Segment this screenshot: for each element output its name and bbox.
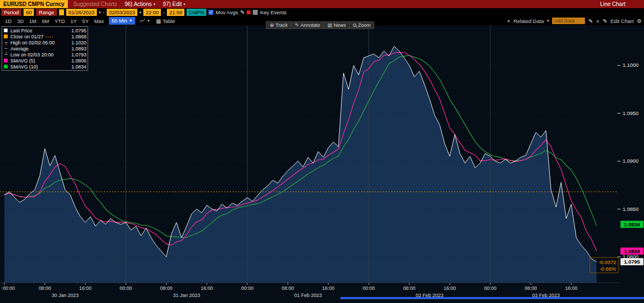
annotate-label: Annotate [300,22,320,28]
suggested-charts-button[interactable]: Suggested Charts [73,1,117,7]
x-axis-time-label: 00:00 [241,285,254,291]
x-axis-time-label: 16:00 [565,285,578,291]
track-button[interactable]: ⊕ Track [266,21,292,29]
collapse-panel-icon[interactable]: « [596,18,600,24]
horizontal-scrollbar[interactable] [340,297,644,299]
chevron-down-icon: ▾ [153,2,155,7]
security-field[interactable]: EURUSD CMPN Curncy [0,0,68,8]
x-axis-time-label: 00:00 [484,285,497,291]
track-icon: ⊕ [270,22,274,28]
low-marker: ┴ [3,52,9,58]
y-axis-label: 1.0850 [623,206,639,212]
tab-3d[interactable]: 3D [14,18,26,24]
related-data-button[interactable]: Related Data [513,18,543,24]
news-label: News [334,22,346,28]
table-button[interactable]: Table [163,18,175,24]
settings-toolbar: Period 60 Range 01/26/2023 ▾ - 02/03/202… [0,8,644,16]
chart-legend: Last Price 1.0795 Close on 01/27 ---- 1.… [2,26,88,71]
news-button[interactable]: ▤ News [324,21,350,29]
close-dash: ---- [45,34,54,39]
legend-item-sma10[interactable]: SMAVG (10) 1.0834 [3,64,86,70]
table-icon[interactable]: ▦ [156,18,161,24]
legend-item-close[interactable]: Close on 01/27 ---- 1.0868 [3,33,86,39]
x-axis-time-label: 08:00 [282,285,294,291]
period-input[interactable]: 60 [24,9,34,16]
news-icon: ▤ [327,22,332,28]
legend-item-last-price[interactable]: Last Price 1.0795 [3,27,86,33]
tab-1d[interactable]: 1D [2,18,14,24]
x-axis-time-label: 08:00 [403,285,416,291]
chart-toolbar: ⊕ Track ✎ Annotate ▤ News Zoom [266,21,374,29]
add-data-input[interactable] [552,18,585,24]
y-axis-label: 1.0900 [623,158,639,164]
legend-label: High on 02/02 05:00 [10,40,55,45]
tab-1m[interactable]: 1M [26,18,39,24]
x-axis-date-label: 01 Feb 2023 [294,293,322,298]
edit-menu[interactable]: 97) Edit ▾ [163,1,185,7]
key-events-checkbox[interactable] [253,10,258,15]
legend-value: 1.0793 [71,52,86,58]
mov-avgs-checkbox[interactable]: ✓ [208,10,213,15]
chevron-down-icon: ▼ [129,17,132,25]
chevron-down-icon: ▾ [183,2,185,7]
range-separator: - [103,9,105,15]
annotate-icon: ✎ [295,22,299,28]
edit-chart-button[interactable]: Edit Chart [611,18,634,24]
price-chart[interactable]: 1.08001.08501.09001.09501.100000:0008:00… [0,25,644,303]
calendar-icon[interactable] [59,9,64,15]
svg-text:1.0795: 1.0795 [624,259,640,265]
actions-menu-label: 96) Actions [125,1,152,7]
chevron-down-icon[interactable]: ▾ [140,10,142,15]
svg-text:1.0834: 1.0834 [624,221,640,227]
pricing-source-select[interactable]: CMPN [187,9,206,16]
chevron-down-icon[interactable]: ▾ [147,19,149,23]
legend-item-sma5[interactable]: SMAVG (5) 1.0806 [3,58,86,64]
legend-value: 1.0893 [71,46,86,52]
x-axis-date-label: 30 Jan 2023 [51,293,79,298]
chevron-down-icon: ▾ [547,19,549,23]
y-axis-label: 1.1000 [623,62,639,68]
edit-mov-avgs-icon[interactable]: ✎ [240,9,245,15]
svg-text:1.0806: 1.0806 [624,248,640,254]
start-time-input[interactable]: 22:00 [143,9,161,16]
legend-item-low[interactable]: ┴ Low on 02/03 20:00 1.0793 [3,52,86,58]
tab-6m[interactable]: 6M [39,18,52,24]
x-axis-time-label: 00:00 [3,285,15,291]
zoom-button[interactable]: Zoom [350,21,374,29]
last-price-marker [4,28,8,32]
sma10-marker [4,65,8,68]
legend-item-average[interactable]: ─ Average 1.0893 [3,45,86,52]
tab-max[interactable]: Max [91,18,107,24]
annotate-button[interactable]: ✎ Annotate [292,21,324,29]
interval-label: 60 Min [112,17,127,25]
actions-menu[interactable]: 96) Actions ▾ [125,1,155,7]
legend-value: 1.1020 [71,40,86,45]
legend-label: Last Price [10,28,32,33]
interval-select[interactable]: 60 Min ▼ [109,17,135,25]
high-marker: ┬ [3,40,9,45]
tab-1y[interactable]: 1Y [68,18,80,24]
range-end-date-input[interactable]: 02/03/2023 [107,9,137,16]
annotate-pencil-icon[interactable]: ✎ [588,18,593,24]
average-marker: ─ [3,46,9,52]
legend-label: SMAVG (10) [10,64,38,70]
legend-label: Low on 02/03 20:00 [10,52,54,58]
legend-item-high[interactable]: ┬ High on 02/02 05:00 1.1020 [3,39,86,45]
end-time-input[interactable]: 21:59 [167,9,184,16]
x-axis-time-label: 16:00 [201,285,213,291]
key-events-label: Key Events [260,9,286,15]
y-axis-label: 1.0950 [623,110,639,116]
bloomberg-chart-window: EURUSD CMPN Curncy Suggested Charts 96) … [0,0,644,303]
chart-type-icon[interactable] [140,18,146,24]
range-start-date-input[interactable]: 01/26/2023 [66,9,97,16]
change-value: -0.0072 [599,259,616,265]
x-axis-time-label: 16:00 [444,285,456,291]
tab-ytd[interactable]: YTD [52,18,68,24]
chart-type-label: Line Chart [600,1,625,7]
edit-chart-pencil-icon[interactable]: ✎ [602,18,607,24]
chevron-down-icon[interactable]: ▾ [99,10,101,15]
tab-5y[interactable]: 5Y [79,18,91,24]
zoom-label: Zoom [358,22,370,28]
legend-label: Close on 01/27 [10,34,44,39]
gear-icon[interactable]: ⚙ [637,18,642,24]
